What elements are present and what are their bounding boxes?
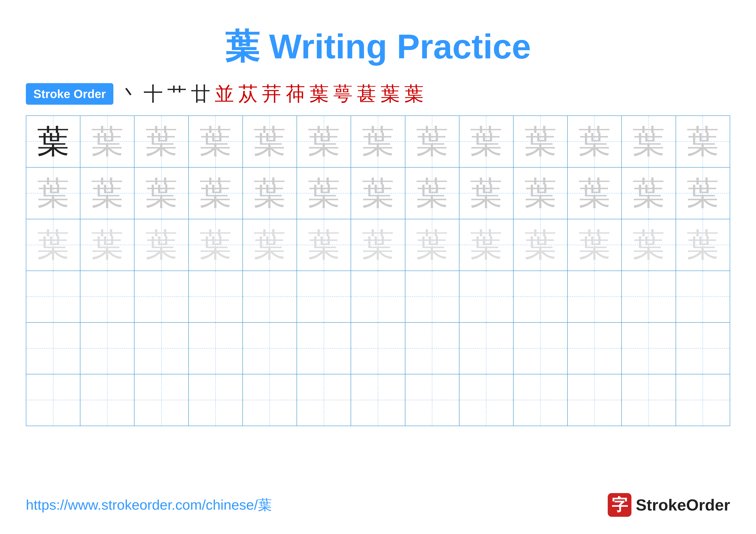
grid-cell-5-4[interactable] <box>189 322 243 374</box>
grid-cell-2-13[interactable]: 葉 <box>676 167 730 219</box>
grid-cell-6-4[interactable] <box>189 374 243 426</box>
grid-cell-1-2[interactable]: 葉 <box>80 116 134 167</box>
grid-cell-2-11[interactable]: 葉 <box>567 167 622 219</box>
grid-cell-2-9[interactable]: 葉 <box>459 167 513 219</box>
grid-cell-5-11[interactable] <box>567 322 622 374</box>
grid-cell-4-7[interactable] <box>351 271 405 322</box>
grid-cell-2-8[interactable]: 葉 <box>405 167 459 219</box>
grid-cell-4-3[interactable] <box>134 271 188 322</box>
title-chinese-char: 葉 <box>225 27 259 66</box>
grid-cell-2-7[interactable]: 葉 <box>351 167 405 219</box>
grid-cell-4-12[interactable] <box>622 271 676 322</box>
grid-cell-6-12[interactable] <box>622 374 676 426</box>
grid-cell-3-6[interactable]: 葉 <box>297 219 351 271</box>
grid-cell-4-9[interactable] <box>459 271 513 322</box>
grid-cell-5-3[interactable] <box>134 322 188 374</box>
grid-cell-2-10[interactable]: 葉 <box>513 167 567 219</box>
grid-cell-1-4[interactable]: 葉 <box>189 116 243 167</box>
grid-cell-5-6[interactable] <box>297 322 351 374</box>
grid-cell-5-10[interactable] <box>513 322 567 374</box>
grid-cell-4-11[interactable] <box>567 271 622 322</box>
grid-cell-3-1[interactable]: 葉 <box>26 219 80 271</box>
grid-cell-6-13[interactable] <box>676 374 730 426</box>
grid-cell-5-7[interactable] <box>351 322 405 374</box>
grid-cell-2-5[interactable]: 葉 <box>243 167 297 219</box>
grid-cell-3-3[interactable]: 葉 <box>134 219 188 271</box>
grid-cell-2-12[interactable]: 葉 <box>622 167 676 219</box>
grid-cell-6-1[interactable] <box>26 374 80 426</box>
grid-cell-5-13[interactable] <box>676 322 730 374</box>
page: 葉 Writing Practice Stroke Order 丶 十 艹 廿 … <box>0 0 756 534</box>
grid-cell-1-9[interactable]: 葉 <box>459 116 513 167</box>
grid-cell-3-10[interactable]: 葉 <box>513 219 567 271</box>
grid-cell-3-8[interactable]: 葉 <box>405 219 459 271</box>
stroke-13: 葉 <box>404 84 424 104</box>
grid-cell-6-11[interactable] <box>567 374 622 426</box>
stroke-8: 茽 <box>286 84 305 104</box>
grid-cell-5-5[interactable] <box>243 322 297 374</box>
stroke-2: 十 <box>144 84 163 104</box>
grid-cell-3-5[interactable]: 葉 <box>243 219 297 271</box>
grid-row-1: 葉 葉 葉 葉 葉 葉 葉 葉 葉 葉 葉 葉 葉 <box>26 116 730 167</box>
stroke-order-badge: Stroke Order <box>26 83 113 105</box>
brand-icon: 字 <box>608 493 632 517</box>
stroke-4: 廿 <box>191 84 210 104</box>
stroke-12: 葉 <box>381 84 400 104</box>
grid-cell-2-1[interactable]: 葉 <box>26 167 80 219</box>
grid-cell-5-9[interactable] <box>459 322 513 374</box>
grid-cell-4-1[interactable] <box>26 271 80 322</box>
stroke-10: 萼 <box>333 84 353 104</box>
grid-cell-6-6[interactable] <box>297 374 351 426</box>
grid-cell-1-13[interactable]: 葉 <box>676 116 730 167</box>
grid-cell-3-12[interactable]: 葉 <box>622 219 676 271</box>
footer-url[interactable]: https://www.strokeorder.com/chinese/葉 <box>26 496 272 514</box>
grid-cell-6-7[interactable] <box>351 374 405 426</box>
grid-cell-3-7[interactable]: 葉 <box>351 219 405 271</box>
grid-cell-1-5[interactable]: 葉 <box>243 116 297 167</box>
grid-cell-6-10[interactable] <box>513 374 567 426</box>
grid-cell-3-2[interactable]: 葉 <box>80 219 134 271</box>
grid-cell-2-4[interactable]: 葉 <box>189 167 243 219</box>
grid-cell-5-8[interactable] <box>405 322 459 374</box>
char-dark: 葉 <box>37 124 69 159</box>
grid-cell-3-11[interactable]: 葉 <box>567 219 622 271</box>
grid-cell-3-4[interactable]: 葉 <box>189 219 243 271</box>
grid-row-5 <box>26 322 730 374</box>
grid-cell-6-5[interactable] <box>243 374 297 426</box>
grid-cell-6-2[interactable] <box>80 374 134 426</box>
grid-cell-5-2[interactable] <box>80 322 134 374</box>
grid-cell-1-10[interactable]: 葉 <box>513 116 567 167</box>
grid-cell-4-5[interactable] <box>243 271 297 322</box>
grid-cell-1-7[interactable]: 葉 <box>351 116 405 167</box>
grid-cell-2-3[interactable]: 葉 <box>134 167 188 219</box>
grid-cell-5-1[interactable] <box>26 322 80 374</box>
stroke-9: 葉 <box>310 84 329 104</box>
grid-cell-5-12[interactable] <box>622 322 676 374</box>
grid-cell-6-3[interactable] <box>134 374 188 426</box>
footer: https://www.strokeorder.com/chinese/葉 字 … <box>26 493 730 517</box>
grid-row-2: 葉 葉 葉 葉 葉 葉 葉 葉 葉 葉 葉 葉 葉 <box>26 167 730 219</box>
grid-cell-3-9[interactable]: 葉 <box>459 219 513 271</box>
grid-cell-4-8[interactable] <box>405 271 459 322</box>
stroke-5: 並 <box>215 84 234 104</box>
grid-cell-6-8[interactable] <box>405 374 459 426</box>
grid-cell-1-1[interactable]: 葉 <box>26 116 80 167</box>
grid-cell-1-3[interactable]: 葉 <box>134 116 188 167</box>
grid-cell-2-2[interactable]: 葉 <box>80 167 134 219</box>
grid-cell-3-13[interactable]: 葉 <box>676 219 730 271</box>
grid-cell-4-13[interactable] <box>676 271 730 322</box>
grid-cell-2-6[interactable]: 葉 <box>297 167 351 219</box>
grid-cell-1-6[interactable]: 葉 <box>297 116 351 167</box>
grid-cell-1-8[interactable]: 葉 <box>405 116 459 167</box>
brand-name: StrokeOrder <box>636 496 730 514</box>
grid-cell-4-4[interactable] <box>189 271 243 322</box>
grid-cell-4-6[interactable] <box>297 271 351 322</box>
grid-cell-1-12[interactable]: 葉 <box>622 116 676 167</box>
grid-row-3: 葉 葉 葉 葉 葉 葉 葉 葉 葉 葉 葉 葉 葉 <box>26 219 730 271</box>
grid-cell-4-2[interactable] <box>80 271 134 322</box>
grid-cell-1-11[interactable]: 葉 <box>567 116 622 167</box>
grid-cell-4-10[interactable] <box>513 271 567 322</box>
title-area: 葉 Writing Practice <box>26 24 730 70</box>
grid-cell-6-9[interactable] <box>459 374 513 426</box>
grid-row-4 <box>26 271 730 322</box>
